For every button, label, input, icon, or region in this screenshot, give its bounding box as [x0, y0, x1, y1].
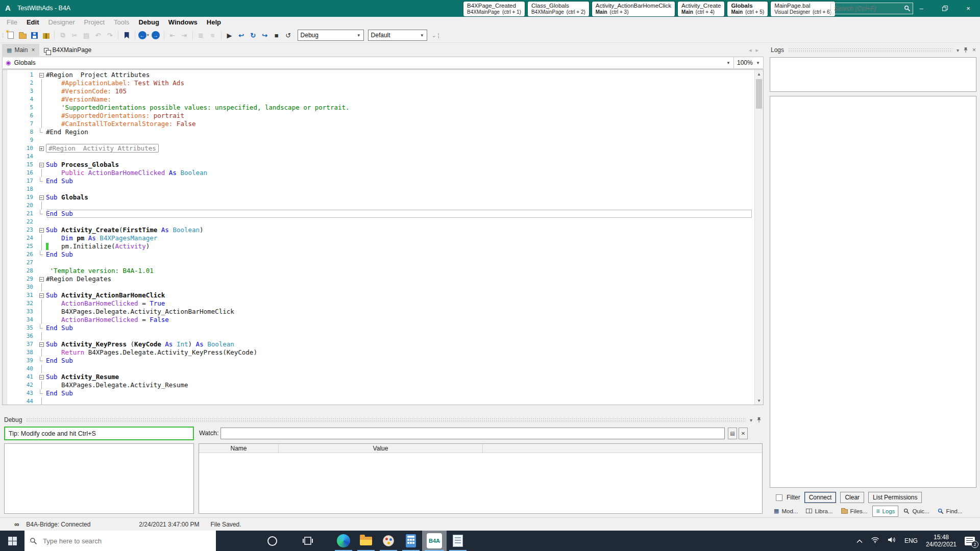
title-search-input[interactable] — [833, 5, 904, 13]
bookmark-mainpage-bal[interactable]: MainPage.bal Visual Designer(ctrl + 6) — [771, 2, 835, 16]
watch-table[interactable]: Name Value — [199, 443, 763, 514]
debug-tip-box[interactable] — [4, 427, 194, 440]
code-line-40[interactable]: 40 — [7, 365, 754, 373]
bookmark-activity-create[interactable]: Activity_Create Main(ctrl + 4) — [678, 2, 724, 16]
open-icon[interactable] — [17, 30, 28, 41]
fold-collapse-icon[interactable]: − — [39, 375, 44, 380]
menu-debug[interactable]: Debug — [134, 17, 163, 28]
code-line-33[interactable]: 33B4XPages.Delegate.Activity_ActionBarHo… — [7, 308, 754, 316]
current-sub-select[interactable]: ◉ Globals ▼ — [3, 57, 733, 68]
tab-main[interactable]: ▦ Main × — [2, 44, 39, 56]
menu-help[interactable]: Help — [202, 17, 226, 28]
column-name[interactable]: Name — [199, 444, 279, 453]
code-line-21[interactable]: 21End Sub — [7, 210, 754, 218]
tab-quick-search[interactable]: Quic... — [900, 507, 932, 516]
scrollbar-thumb[interactable] — [756, 79, 762, 109]
code-line-7[interactable]: 7#CanInstallToExternalStorage: False — [7, 120, 754, 128]
code-line-16[interactable]: 16Public ActionBarHomeClicked As Boolean — [7, 169, 754, 177]
layout-configuration-select[interactable]: Default▼ — [368, 30, 427, 41]
code-line-3[interactable]: 3#VersionCode: 105 — [7, 87, 754, 95]
code-line-30[interactable]: 30 — [7, 283, 754, 291]
scroll-down-icon[interactable]: ▼ — [755, 396, 763, 405]
code-line-19[interactable]: 19−Sub Globals — [7, 193, 754, 202]
close-button[interactable]: × — [957, 0, 980, 17]
collapsed-region[interactable]: #Region Activity Attributes — [46, 144, 159, 153]
code-line-24[interactable]: 24Dim pm As B4XPagesManager — [7, 234, 754, 242]
cut-icon[interactable]: ✂ — [69, 30, 80, 41]
restore-button[interactable] — [933, 0, 957, 17]
code-line-37[interactable]: 37−Sub Activity_KeyPress (KeyCode As Int… — [7, 340, 754, 348]
chevron-down-icon[interactable]: ▾ — [750, 417, 752, 423]
code-line-39[interactable]: 39End Sub — [7, 357, 754, 365]
code-line-44[interactable]: 44 — [7, 397, 754, 405]
code-line-25[interactable]: 25pm.Initialize(Activity) — [7, 242, 754, 251]
scroll-tabs-left-icon[interactable]: ◂ — [749, 47, 752, 54]
code-line-29[interactable]: 29−#Region Delegates — [7, 275, 754, 283]
volume-icon[interactable] — [888, 536, 896, 545]
minimize-button[interactable]: – — [910, 0, 933, 17]
code-line-10[interactable]: 10+#Region Activity Attributes — [7, 144, 754, 153]
code-line-41[interactable]: 41−Sub Activity_Resume — [7, 373, 754, 381]
code-line-5[interactable]: 5'SupportedOrientations possible values:… — [7, 104, 754, 112]
menu-tools[interactable]: Tools — [109, 17, 134, 28]
paint-taskbar-button[interactable] — [377, 531, 400, 551]
code-line-26[interactable]: 26End Sub — [7, 251, 754, 259]
navigate-back-icon[interactable]: ←▾ — [138, 30, 149, 41]
stop-icon[interactable]: ■ — [272, 30, 282, 41]
code-line-43[interactable]: 43End Sub — [7, 389, 754, 397]
code-line-17[interactable]: 17End Sub — [7, 177, 754, 185]
pin-icon[interactable] — [963, 47, 968, 53]
indent-increase-icon[interactable]: ⇥ — [179, 30, 189, 41]
editor-vertical-scrollbar[interactable]: ▲ ▼ — [754, 70, 763, 405]
fold-collapse-icon[interactable]: − — [39, 73, 44, 78]
cortana-button[interactable] — [261, 531, 283, 551]
code-editor[interactable]: 1−#Region Project Attributes2#Applicatio… — [2, 69, 764, 405]
debug-output-list[interactable] — [4, 443, 194, 514]
menu-windows[interactable]: Windows — [164, 17, 202, 28]
run-icon[interactable]: ▶ — [225, 30, 235, 41]
uncomment-icon[interactable]: ≡ — [208, 30, 218, 41]
tab-b4xmainpage[interactable]: B4XMainPage — [39, 44, 96, 56]
code-line-32[interactable]: 32ActionBarHomeClicked = True — [7, 299, 754, 308]
restart-icon[interactable]: ↺ — [283, 30, 293, 41]
logs-output-box[interactable] — [770, 96, 976, 488]
fold-collapse-icon[interactable]: − — [39, 195, 44, 200]
column-value[interactable]: Value — [279, 444, 483, 453]
menu-designer[interactable]: Designer — [44, 17, 80, 28]
new-icon[interactable]: ✶ — [6, 30, 16, 41]
file-explorer-taskbar-button[interactable] — [355, 531, 377, 551]
fold-collapse-icon[interactable]: − — [39, 163, 44, 167]
bookmark-class-globals[interactable]: Class_Globals B4XMainPage(ctrl + 2) — [528, 2, 589, 16]
filter-checkbox[interactable] — [776, 494, 782, 501]
code-line-4[interactable]: 4#VersionName: — [7, 95, 754, 104]
code-line-42[interactable]: 42B4XPages.Delegate.Activity_Resume — [7, 381, 754, 389]
action-center-icon[interactable]: 2 — [965, 537, 975, 545]
undo-icon[interactable]: ↶ — [93, 30, 103, 41]
start-button[interactable] — [0, 531, 24, 551]
code-line-31[interactable]: 31−Sub Activity_ActionBarHomeClick — [7, 291, 754, 299]
code-line-27[interactable]: 27 — [7, 259, 754, 267]
tab-find-references[interactable]: Find... — [935, 507, 966, 516]
taskbar-clock[interactable]: 15:48 24/02/2021 — [926, 534, 957, 548]
save-icon[interactable] — [29, 30, 39, 41]
task-view-button[interactable] — [297, 531, 319, 551]
code-line-36[interactable]: 36 — [7, 332, 754, 340]
code-line-35[interactable]: 35End Sub — [7, 324, 754, 332]
taskbar-search[interactable] — [24, 531, 216, 551]
fold-collapse-icon[interactable]: − — [39, 228, 44, 233]
code-line-9[interactable]: 9 — [7, 136, 754, 144]
bookmark-globals[interactable]: Globals Main(ctrl + 5) — [727, 2, 768, 16]
bookmark-activity-actionbarhomeclick[interactable]: Activity_ActionBarHomeClick Main(ctrl + … — [592, 2, 675, 16]
indent-decrease-icon[interactable]: ⇤ — [167, 30, 178, 41]
language-indicator[interactable]: ENG — [904, 537, 918, 544]
hidden-icons-chevron[interactable] — [856, 536, 863, 545]
logs-filter-box[interactable] — [770, 57, 976, 92]
comment-icon[interactable]: ≣ — [196, 30, 206, 41]
chevron-down-icon[interactable]: ▾ — [957, 47, 959, 53]
tab-logs[interactable]: ≡Logs — [872, 506, 898, 517]
paste-icon[interactable]: ▤ — [81, 30, 91, 41]
step-over-icon[interactable]: ↻ — [248, 30, 258, 41]
menu-file[interactable]: File — [2, 17, 22, 28]
watch-list-icon[interactable]: ▤ — [728, 428, 737, 439]
menu-project[interactable]: Project — [80, 17, 109, 28]
